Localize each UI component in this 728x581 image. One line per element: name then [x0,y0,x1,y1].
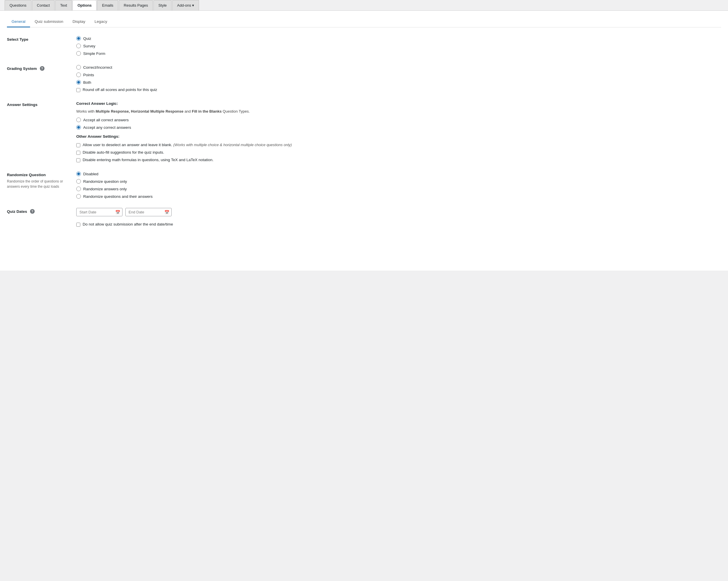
sub-tabs: General Quiz submission Display Legacy [7,17,721,27]
randomize-question-section: Randomize Question Randomize the order o… [7,171,721,199]
tab-contact[interactable]: Contact [32,0,55,10]
answer-settings-content: Correct Answer Logic: Works with Multipl… [76,101,721,162]
sub-tab-legacy[interactable]: Legacy [90,17,112,27]
tab-questions[interactable]: Questions [5,0,31,10]
quiz-dates-section: Quiz Dates ? 📅 📅 Do not allow quiz submi… [7,208,721,227]
radio-survey-input[interactable] [76,44,81,48]
correct-answer-logic-desc: Works with Multiple Response, Horizontal… [76,109,721,113]
checkbox-disable-autofill[interactable]: Disable auto-fill suggestions for the qu… [76,150,721,155]
select-type-section: Select Type Quiz Survey Simple Form [7,36,721,56]
grading-system-content: Correct/Incorrect Points Both Round off … [76,65,721,92]
tab-style[interactable]: Style [153,0,172,10]
radio-points[interactable]: Points [76,73,721,77]
sub-tab-display[interactable]: Display [68,17,90,27]
radio-randomize-answers-only-input[interactable] [76,187,81,191]
other-answer-settings-group: Other Answer Settings: Allow user to des… [76,133,721,162]
tab-emails[interactable]: Emails [97,0,118,10]
checkbox-round-off-input[interactable] [76,88,80,92]
quiz-dates-help-icon[interactable]: ? [30,209,35,214]
radio-simple-form[interactable]: Simple Form [76,51,721,56]
radio-survey[interactable]: Survey [76,44,721,48]
top-navigation: Questions Contact Text Options Emails Re… [0,0,728,11]
radio-correct-incorrect-input[interactable] [76,65,81,70]
start-date-input[interactable] [76,208,123,216]
checkbox-no-submission-after-end[interactable]: Do not allow quiz submission after the e… [76,222,721,227]
start-date-wrapper: 📅 [76,208,123,216]
radio-simple-form-input[interactable] [76,51,81,56]
select-type-label: Select Type [7,36,76,42]
other-settings-heading: Other Answer Settings: [76,134,721,139]
checkbox-allow-deselect-input[interactable] [76,143,80,147]
randomize-question-label: Randomize Question Randomize the order o… [7,171,76,189]
radio-disabled-input[interactable] [76,171,81,176]
correct-answer-logic-heading: Correct Answer Logic: [76,101,721,106]
quiz-dates-label: Quiz Dates ? [7,208,76,214]
deselect-note: (Works with multiple choice & horizontal… [173,143,292,147]
select-type-content: Quiz Survey Simple Form [76,36,721,56]
radio-randomize-answers-only[interactable]: Randomize answers only [76,187,721,191]
checkbox-allow-deselect[interactable]: Allow user to deselect an answer and lea… [76,143,721,147]
end-date-wrapper: 📅 [125,208,172,216]
checkbox-disable-autofill-input[interactable] [76,151,80,155]
dropdown-arrow-icon: ▾ [192,3,194,7]
radio-accept-any[interactable]: Accept any correct answers [76,125,721,130]
answer-settings-section: Answer Settings Correct Answer Logic: Wo… [7,101,721,162]
quiz-dates-label-row: Quiz Dates ? [7,209,35,214]
quiz-dates-content: 📅 📅 Do not allow quiz submission after t… [76,208,721,227]
radio-randomize-question-only-input[interactable] [76,179,81,184]
radio-both-input[interactable] [76,80,81,85]
grading-system-label: Grading System ? [7,65,76,71]
grading-system-label-row: Grading System ? [7,66,45,71]
radio-accept-all-input[interactable] [76,117,81,122]
answer-settings-label: Answer Settings [7,101,76,107]
correct-answer-logic-group: Correct Answer Logic: Works with Multipl… [76,101,721,130]
grading-system-help-icon[interactable]: ? [40,66,45,71]
radio-points-input[interactable] [76,73,81,77]
radio-correct-incorrect[interactable]: Correct/Incorrect [76,65,721,70]
radio-randomize-questions-answers-input[interactable] [76,194,81,199]
radio-both[interactable]: Both [76,80,721,85]
checkbox-no-submission-after-end-input[interactable] [76,222,80,227]
radio-accept-all[interactable]: Accept all correct answers [76,117,721,122]
radio-randomize-questions-answers[interactable]: Randomize questions and their answers [76,194,721,199]
radio-quiz[interactable]: Quiz [76,36,721,41]
randomize-question-content: Disabled Randomize question only Randomi… [76,171,721,199]
page-content: General Quiz submission Display Legacy S… [0,11,728,270]
checkbox-disable-math-input[interactable] [76,158,80,162]
date-inputs-row: 📅 📅 [76,208,721,216]
tab-results-pages[interactable]: Results Pages [119,0,153,10]
radio-accept-any-input[interactable] [76,125,81,130]
radio-quiz-input[interactable] [76,36,81,41]
grading-system-section: Grading System ? Correct/Incorrect Point… [7,65,721,92]
sub-tab-quiz-submission[interactable]: Quiz submission [30,17,68,27]
radio-randomize-question-only[interactable]: Randomize question only [76,179,721,184]
tab-text[interactable]: Text [55,0,72,10]
tab-options[interactable]: Options [73,0,97,10]
radio-disabled[interactable]: Disabled [76,171,721,176]
tab-add-ons[interactable]: Add-ons ▾ [172,0,199,10]
sub-tab-general[interactable]: General [7,17,30,27]
checkbox-disable-math[interactable]: Disable entering math formulas in questi… [76,158,721,162]
end-date-input[interactable] [125,208,172,216]
checkbox-round-off[interactable]: Round off all scores and points for this… [76,87,721,92]
